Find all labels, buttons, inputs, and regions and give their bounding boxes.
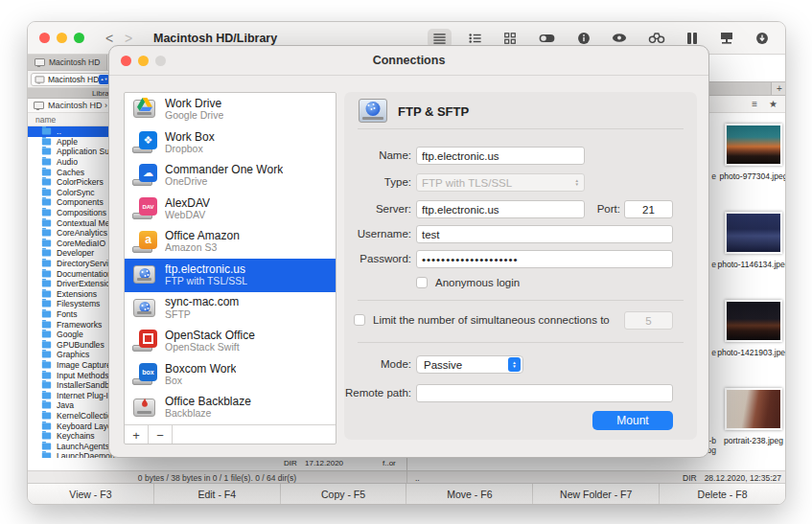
chevron-updown-icon: ▲▼ xyxy=(575,179,579,187)
form-header: FTP & SFTP xyxy=(398,104,469,119)
password-label: Password: xyxy=(344,250,411,268)
limit-checkbox[interactable] xyxy=(354,314,365,326)
connection-item[interactable]: ☁Commander One WorkOneDrive xyxy=(125,159,336,193)
fkey-button-f8[interactable]: Delete - F8 xyxy=(660,484,785,504)
backblaze-icon xyxy=(132,397,157,420)
file-date-cell: 17.12.2020 xyxy=(305,459,343,467)
folder-icon xyxy=(42,281,51,287)
folder-name: Fonts xyxy=(57,309,78,319)
breadcrumb-text: Macintosh HD › xyxy=(48,101,107,110)
drive-selector[interactable]: Macintosh HD ▲▼ xyxy=(31,73,111,86)
username-field[interactable] xyxy=(416,225,673,243)
connection-item[interactable]: aOffice AmazonAmazon S3 xyxy=(125,225,336,259)
downloads-icon[interactable] xyxy=(751,29,774,48)
folder-name: .. xyxy=(57,126,61,136)
folder-icon xyxy=(42,392,51,399)
computer-icon xyxy=(35,58,45,66)
folder-icon xyxy=(42,261,51,267)
connection-item[interactable]: OpenStack OfficeOpenStack Swift xyxy=(125,325,336,358)
folder-name: GPUBundles xyxy=(57,340,104,350)
fkey-button-f6[interactable]: Move - F6 xyxy=(406,484,533,504)
fkey-button-f4[interactable]: Edit - F4 xyxy=(154,484,281,504)
name-field[interactable] xyxy=(416,147,585,165)
folder-icon xyxy=(42,311,51,318)
connection-item[interactable]: boxBoxcom WorkBox xyxy=(125,358,336,392)
onedrive-icon: ☁ xyxy=(132,164,157,187)
connection-item[interactable]: Work DriveGoogle Drive xyxy=(125,93,336,126)
connection-item[interactable]: ftp.electronic.usFTP with TSL/SSL xyxy=(125,259,336,292)
folder-name: LaunchAgents xyxy=(57,442,109,451)
ftp-drive-icon xyxy=(358,97,383,120)
photo-thumbnail[interactable] xyxy=(725,388,782,430)
folder-icon xyxy=(42,413,51,420)
photo-thumbnail[interactable] xyxy=(725,124,782,166)
folder-icon xyxy=(42,290,51,297)
zoom-icon[interactable] xyxy=(74,33,84,43)
divider xyxy=(358,128,684,129)
folder-icon xyxy=(42,148,51,155)
port-field[interactable] xyxy=(624,200,673,218)
file-type-cell: DIR xyxy=(284,459,297,467)
forward-button[interactable]: > xyxy=(119,31,138,46)
computer-icon xyxy=(35,76,45,82)
mode-label: Mode: xyxy=(344,355,411,374)
close-icon[interactable] xyxy=(121,56,131,66)
connection-item[interactable]: Office BackblazeBackblaze xyxy=(125,391,336,424)
tab-macintosh-hd[interactable]: Macintosh HD xyxy=(28,55,107,70)
connection-service: Box xyxy=(165,376,236,387)
connection-name: AlexDAV xyxy=(165,197,210,210)
folder-name: ColorPickers xyxy=(57,177,104,187)
port-label: Port: xyxy=(553,200,620,218)
network-drive-icon[interactable] xyxy=(714,29,739,48)
traffic-lights xyxy=(39,33,84,43)
function-key-bar: View - F3Edit - F4Copy - F5Move - F6New … xyxy=(28,483,785,504)
mount-button[interactable]: Mount xyxy=(592,411,673,430)
view-menu-icon[interactable]: ≡ xyxy=(752,99,757,109)
folder-icon xyxy=(42,372,51,378)
minimize-icon[interactable] xyxy=(57,33,67,43)
connection-name: Work Box xyxy=(165,131,215,144)
connection-item[interactable]: DAVAlexDAVWebDAV xyxy=(125,193,336,226)
folder-name: Apple xyxy=(57,137,78,147)
file-name: photo-977304.jpeg xyxy=(716,171,786,181)
folder-icon xyxy=(42,443,51,449)
username-label: Username: xyxy=(344,225,411,243)
folder-icon xyxy=(42,179,51,186)
dropbox-icon: ❖ xyxy=(132,131,157,154)
close-icon[interactable] xyxy=(39,33,50,43)
password-field[interactable] xyxy=(416,250,673,268)
photo-thumbnail[interactable] xyxy=(725,300,782,342)
add-tab-button[interactable]: + xyxy=(771,82,786,95)
photo-thumbnail[interactable] xyxy=(725,212,782,254)
folder-name: Filesystems xyxy=(57,299,100,308)
fkey-button-f7[interactable]: New Folder - F7 xyxy=(533,484,660,504)
status-text: 0 bytes / 38 bytes in 0 / 1 file(s). 0 /… xyxy=(138,473,296,483)
remove-connection-button[interactable]: − xyxy=(149,425,173,444)
fkey-button-f5[interactable]: Copy - F5 xyxy=(281,484,407,504)
anonymous-checkbox[interactable] xyxy=(416,277,428,288)
remote-path-field[interactable] xyxy=(416,384,673,402)
folder-icon xyxy=(42,321,51,328)
type-select: FTP with TLS/SSL ▲▼ xyxy=(416,173,585,192)
box-icon: box xyxy=(132,363,157,386)
ftp-form-panel: FTP & SFTP Name: Type: FTP with TLS/SSL … xyxy=(344,92,697,440)
folder-icon xyxy=(42,402,51,409)
folder-icon xyxy=(42,239,51,246)
connection-service: Google Drive xyxy=(165,110,223,122)
folder-icon xyxy=(42,210,51,216)
folder-icon xyxy=(42,270,51,277)
dialog-title: Connections xyxy=(109,54,708,67)
back-button[interactable]: < xyxy=(100,31,119,46)
connection-item[interactable]: sync-mac.comSFTP xyxy=(125,292,336,326)
anonymous-label: Anonymous login xyxy=(435,276,520,289)
connection-name: sync-mac.com xyxy=(165,296,239,308)
folder-name: Extensions xyxy=(57,289,97,299)
favorites-star-icon[interactable]: ★ xyxy=(769,99,777,109)
fkey-button-f3[interactable]: View - F3 xyxy=(28,484,154,504)
mode-select[interactable]: Passive ▲▼ xyxy=(416,355,523,374)
minimize-icon[interactable] xyxy=(138,56,149,66)
connection-item[interactable]: ❖Work BoxDropbox xyxy=(125,126,336,160)
folder-icon xyxy=(42,382,51,389)
parent-dir-label: .. xyxy=(415,473,420,483)
add-connection-button[interactable]: + xyxy=(125,425,149,444)
